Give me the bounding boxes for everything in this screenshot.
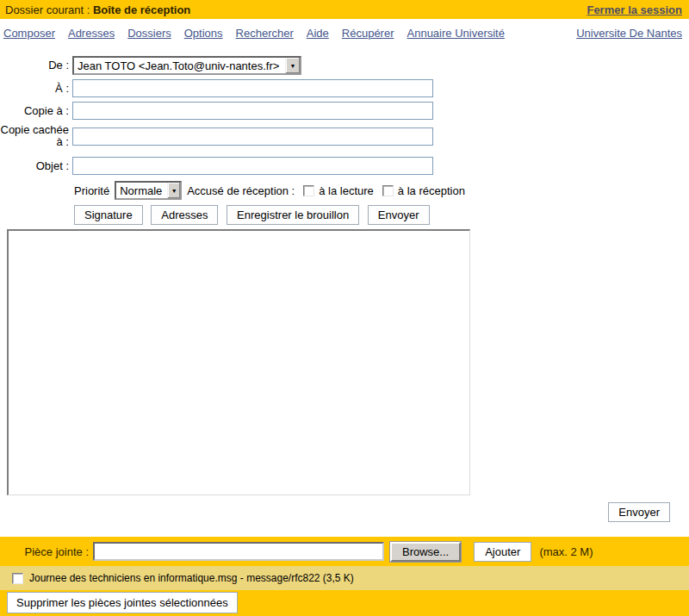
attachment-add-row: Pièce jointe : Browse... Ajouter (max. 2…	[0, 537, 689, 566]
bcc-input[interactable]	[72, 128, 433, 146]
max-size-note: (max. 2 M)	[539, 545, 593, 558]
to-row: À :	[0, 79, 689, 97]
from-select[interactable]: Jean TOTO <Jean.Toto@univ-nantes.fr> ▼	[72, 56, 301, 75]
cc-label: Copie à :	[0, 105, 72, 117]
compose-form: De : Jean TOTO <Jean.Toto@univ-nantes.fr…	[0, 56, 689, 522]
add-attachment-button[interactable]: Ajouter	[474, 542, 531, 562]
compose-buttons-row: Signature Adresses Enregistrer le brouil…	[74, 205, 689, 225]
cc-input[interactable]	[72, 102, 433, 120]
nav-link-recuperer[interactable]: Récupérer	[342, 27, 394, 40]
to-input[interactable]	[72, 79, 433, 97]
nav-link-annuaire[interactable]: Annuaire Université	[407, 27, 505, 40]
attachment-delete-row: Supprimer les pièces jointes sélectionné…	[0, 590, 689, 616]
send-button-bottom[interactable]: Envoyer	[608, 502, 670, 522]
attachment-file-input[interactable]	[93, 542, 384, 561]
send-button[interactable]: Envoyer	[368, 205, 430, 225]
browse-button[interactable]: Browse...	[390, 542, 461, 562]
receipt-delivery-label: à la réception	[398, 184, 465, 197]
nav-link-composer[interactable]: Composer	[3, 27, 55, 40]
nav-link-dossiers[interactable]: Dossiers	[127, 27, 171, 40]
attachment-label: Pièce jointe :	[0, 545, 93, 558]
dropdown-arrow-icon[interactable]: ▼	[167, 183, 180, 198]
save-draft-button[interactable]: Enregistrer le brouillon	[227, 205, 359, 225]
from-select-value: Jean TOTO <Jean.Toto@univ-nantes.fr>	[74, 58, 285, 73]
receipt-label: Accusé de réception :	[187, 184, 295, 197]
delete-attachments-button[interactable]: Supprimer les pièces jointes sélectionné…	[7, 592, 238, 613]
current-folder-label: Dossier courant :	[5, 3, 90, 16]
addresses-button[interactable]: Adresses	[151, 205, 218, 225]
nav-link-rechercher[interactable]: Rechercher	[236, 27, 294, 40]
receipt-delivery-checkbox[interactable]	[382, 185, 394, 196]
priority-row: Priorité Normale ▼ Accusé de réception :…	[74, 181, 689, 200]
attachment-item-label: Journee des techniciens en informatique.…	[29, 572, 354, 584]
priority-select-value: Normale	[116, 183, 167, 198]
receipt-read-checkbox[interactable]	[303, 185, 314, 196]
priority-label: Priorité	[74, 184, 109, 197]
attachment-checkbox[interactable]	[12, 573, 23, 584]
message-body-textarea[interactable]	[7, 229, 470, 495]
logout-link[interactable]: Fermer la session	[587, 3, 682, 16]
nav-link-adresses[interactable]: Adresses	[68, 27, 115, 40]
bcc-label: Copie cachéeà :	[0, 124, 72, 148]
attachments-section: Pièce jointe : Browse... Ajouter (max. 2…	[0, 537, 689, 616]
from-row: De : Jean TOTO <Jean.Toto@univ-nantes.fr…	[0, 56, 689, 75]
nav-link-universite[interactable]: Universite De Nantes	[576, 27, 682, 40]
current-folder-name: Boîte de réception	[93, 3, 190, 16]
subject-label: Objet :	[0, 160, 72, 172]
cc-row: Copie à :	[0, 102, 689, 120]
subject-row: Objet :	[0, 157, 689, 175]
nav-link-options[interactable]: Options	[184, 27, 223, 40]
dropdown-arrow-icon[interactable]: ▼	[285, 58, 300, 73]
receipt-read-label: à la lecture	[319, 184, 374, 197]
attachment-item-row: Journee des techniciens en informatique.…	[0, 566, 689, 590]
nav-bar: Composer Adresses Dossiers Options Reche…	[0, 19, 689, 40]
priority-select[interactable]: Normale ▼	[115, 181, 182, 200]
signature-button[interactable]: Signature	[74, 205, 143, 225]
current-folder: Dossier courant : Boîte de réception	[5, 3, 190, 16]
bcc-row: Copie cachéeà :	[0, 124, 689, 148]
from-label: De :	[0, 59, 72, 72]
top-bar: Dossier courant : Boîte de réception Fer…	[0, 0, 689, 19]
subject-input[interactable]	[72, 157, 433, 175]
send-bottom-row: Envoyer	[0, 502, 689, 522]
to-label: À :	[0, 83, 72, 95]
nav-link-aide[interactable]: Aide	[307, 27, 329, 40]
